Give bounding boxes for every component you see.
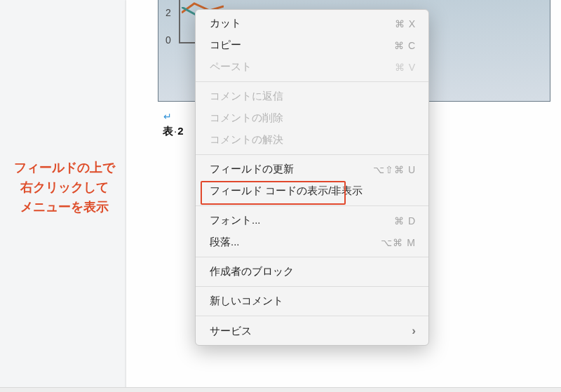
- menu-paragraph-label: 段落...: [210, 236, 240, 249]
- caption-number: 2: [177, 125, 184, 137]
- caption-prefix: 表: [163, 125, 174, 137]
- menu-separator: [196, 316, 428, 316]
- menu-paragraph[interactable]: 段落... ⌥⌘ M: [196, 231, 428, 253]
- menu-update-field-shortcut: ⌥⇧⌘ U: [373, 164, 416, 175]
- menu-new-comment[interactable]: 新しいコメント: [196, 290, 428, 312]
- chart-y-axis: [179, 0, 180, 42]
- menu-reply-comment: コメントに返信: [196, 86, 428, 107]
- menu-paragraph-shortcut: ⌥⌘ M: [381, 237, 416, 248]
- menu-paste-shortcut: ⌘ V: [395, 62, 416, 73]
- menu-paste: ペースト ⌘ V: [196, 56, 428, 78]
- menu-cut[interactable]: カット ⌘ X: [196, 13, 428, 34]
- menu-new-comment-label: 新しいコメント: [210, 295, 283, 308]
- context-menu: カット ⌘ X コピー ⌘ C ペースト ⌘ V コメントに返信 コメントの削除…: [195, 9, 429, 346]
- paragraph-mark-icon: ↵: [163, 111, 172, 122]
- window-bottom-bar: [0, 387, 561, 392]
- menu-copy[interactable]: コピー ⌘ C: [196, 34, 428, 56]
- menu-services-label: サービス: [210, 325, 252, 338]
- menu-toggle-field-code[interactable]: フィールド コードの表示/非表示: [196, 180, 428, 202]
- menu-services[interactable]: サービス ›: [196, 320, 428, 342]
- menu-resolve-comment: コメントの解決: [196, 129, 428, 151]
- menu-separator: [196, 154, 428, 155]
- chart-tick-0: 0: [165, 34, 171, 46]
- instruction-annotation: フィールドの上で 右クリックして メニューを表示: [4, 158, 125, 217]
- menu-update-field-label: フィールドの更新: [210, 163, 294, 176]
- chart-tick-2: 2: [165, 7, 171, 18]
- menu-font[interactable]: フォント... ⌘ D: [196, 210, 428, 231]
- menu-toggle-field-code-label: フィールド コードの表示/非表示: [210, 184, 363, 198]
- menu-cut-label: カット: [210, 17, 241, 30]
- menu-delete-comment: コメントの削除: [196, 107, 428, 129]
- menu-separator: [196, 205, 428, 206]
- menu-font-label: フォント...: [210, 214, 261, 227]
- menu-update-field[interactable]: フィールドの更新 ⌥⇧⌘ U: [196, 158, 428, 180]
- menu-font-shortcut: ⌘ D: [394, 215, 416, 227]
- menu-copy-shortcut: ⌘ C: [394, 40, 416, 51]
- menu-delete-comment-label: コメントの削除: [210, 111, 283, 125]
- menu-reply-comment-label: コメントに返信: [210, 90, 283, 103]
- menu-separator: [196, 257, 428, 257]
- menu-block-author-label: 作成者のブロック: [210, 265, 294, 278]
- table-caption: 表·2: [163, 125, 184, 138]
- menu-separator: [196, 286, 428, 287]
- menu-block-author[interactable]: 作成者のブロック: [196, 261, 428, 283]
- menu-cut-shortcut: ⌘ X: [395, 18, 416, 29]
- menu-copy-label: コピー: [210, 39, 241, 52]
- chevron-right-icon: ›: [412, 324, 416, 338]
- menu-resolve-comment-label: コメントの解決: [210, 133, 283, 147]
- menu-paste-label: ペースト: [210, 60, 252, 74]
- menu-separator: [196, 81, 428, 82]
